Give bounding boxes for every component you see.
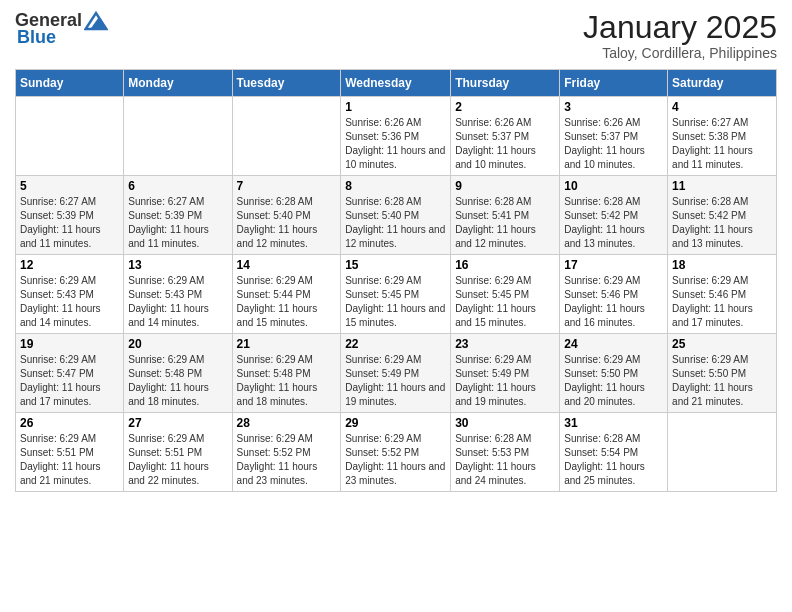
sunset: Sunset: 5:50 PM <box>564 368 638 379</box>
daylight: Daylight: 11 hours and 19 minutes. <box>455 382 536 407</box>
daylight: Daylight: 11 hours and 14 minutes. <box>20 303 101 328</box>
day-number: 13 <box>128 258 227 272</box>
day-number: 8 <box>345 179 446 193</box>
calendar-cell: 17 Sunrise: 6:29 AM Sunset: 5:46 PM Dayl… <box>560 255 668 334</box>
calendar-cell: 30 Sunrise: 6:28 AM Sunset: 5:53 PM Dayl… <box>451 413 560 492</box>
sunrise: Sunrise: 6:29 AM <box>672 354 748 365</box>
day-number: 10 <box>564 179 663 193</box>
day-number: 7 <box>237 179 337 193</box>
day-info: Sunrise: 6:29 AM Sunset: 5:50 PM Dayligh… <box>672 353 772 409</box>
daylight: Daylight: 11 hours and 20 minutes. <box>564 382 645 407</box>
sunset: Sunset: 5:42 PM <box>672 210 746 221</box>
day-info: Sunrise: 6:28 AM Sunset: 5:53 PM Dayligh… <box>455 432 555 488</box>
sunset: Sunset: 5:48 PM <box>237 368 311 379</box>
daylight: Daylight: 11 hours and 12 minutes. <box>455 224 536 249</box>
calendar-cell: 5 Sunrise: 6:27 AM Sunset: 5:39 PM Dayli… <box>16 176 124 255</box>
daylight: Daylight: 11 hours and 13 minutes. <box>564 224 645 249</box>
daylight: Daylight: 11 hours and 10 minutes. <box>345 145 445 170</box>
day-info: Sunrise: 6:28 AM Sunset: 5:42 PM Dayligh… <box>672 195 772 251</box>
sunset: Sunset: 5:46 PM <box>672 289 746 300</box>
sunrise: Sunrise: 6:26 AM <box>345 117 421 128</box>
day-number: 2 <box>455 100 555 114</box>
location: Taloy, Cordillera, Philippines <box>583 45 777 61</box>
month-year: January 2025 <box>583 10 777 45</box>
sunset: Sunset: 5:40 PM <box>345 210 419 221</box>
sunrise: Sunrise: 6:29 AM <box>455 275 531 286</box>
calendar-cell: 20 Sunrise: 6:29 AM Sunset: 5:48 PM Dayl… <box>124 334 232 413</box>
day-number: 18 <box>672 258 772 272</box>
day-info: Sunrise: 6:26 AM Sunset: 5:37 PM Dayligh… <box>564 116 663 172</box>
daylight: Daylight: 11 hours and 24 minutes. <box>455 461 536 486</box>
sunset: Sunset: 5:39 PM <box>20 210 94 221</box>
day-number: 1 <box>345 100 446 114</box>
day-info: Sunrise: 6:27 AM Sunset: 5:38 PM Dayligh… <box>672 116 772 172</box>
col-thursday: Thursday <box>451 70 560 97</box>
day-number: 25 <box>672 337 772 351</box>
calendar-cell <box>124 97 232 176</box>
calendar-week-1: 1 Sunrise: 6:26 AM Sunset: 5:36 PM Dayli… <box>16 97 777 176</box>
daylight: Daylight: 11 hours and 12 minutes. <box>345 224 445 249</box>
sunset: Sunset: 5:41 PM <box>455 210 529 221</box>
day-number: 3 <box>564 100 663 114</box>
day-info: Sunrise: 6:29 AM Sunset: 5:48 PM Dayligh… <box>237 353 337 409</box>
calendar-cell: 13 Sunrise: 6:29 AM Sunset: 5:43 PM Dayl… <box>124 255 232 334</box>
sunset: Sunset: 5:43 PM <box>20 289 94 300</box>
sunset: Sunset: 5:50 PM <box>672 368 746 379</box>
day-number: 6 <box>128 179 227 193</box>
day-number: 11 <box>672 179 772 193</box>
calendar-cell: 24 Sunrise: 6:29 AM Sunset: 5:50 PM Dayl… <box>560 334 668 413</box>
sunrise: Sunrise: 6:29 AM <box>20 354 96 365</box>
day-info: Sunrise: 6:29 AM Sunset: 5:51 PM Dayligh… <box>20 432 119 488</box>
calendar-cell: 18 Sunrise: 6:29 AM Sunset: 5:46 PM Dayl… <box>668 255 777 334</box>
sunrise: Sunrise: 6:28 AM <box>564 196 640 207</box>
sunrise: Sunrise: 6:28 AM <box>345 196 421 207</box>
sunrise: Sunrise: 6:29 AM <box>564 275 640 286</box>
calendar-cell: 7 Sunrise: 6:28 AM Sunset: 5:40 PM Dayli… <box>232 176 341 255</box>
sunset: Sunset: 5:45 PM <box>455 289 529 300</box>
sunset: Sunset: 5:49 PM <box>345 368 419 379</box>
daylight: Daylight: 11 hours and 11 minutes. <box>128 224 209 249</box>
calendar-cell: 12 Sunrise: 6:29 AM Sunset: 5:43 PM Dayl… <box>16 255 124 334</box>
calendar-cell: 8 Sunrise: 6:28 AM Sunset: 5:40 PM Dayli… <box>341 176 451 255</box>
page-container: General Blue January 2025 Taloy, Cordill… <box>0 0 792 502</box>
day-number: 28 <box>237 416 337 430</box>
calendar-cell: 6 Sunrise: 6:27 AM Sunset: 5:39 PM Dayli… <box>124 176 232 255</box>
day-number: 16 <box>455 258 555 272</box>
day-info: Sunrise: 6:29 AM Sunset: 5:50 PM Dayligh… <box>564 353 663 409</box>
day-info: Sunrise: 6:29 AM Sunset: 5:52 PM Dayligh… <box>345 432 446 488</box>
calendar-cell: 28 Sunrise: 6:29 AM Sunset: 5:52 PM Dayl… <box>232 413 341 492</box>
day-info: Sunrise: 6:28 AM Sunset: 5:40 PM Dayligh… <box>345 195 446 251</box>
calendar-cell: 21 Sunrise: 6:29 AM Sunset: 5:48 PM Dayl… <box>232 334 341 413</box>
sunrise: Sunrise: 6:28 AM <box>672 196 748 207</box>
calendar-cell: 25 Sunrise: 6:29 AM Sunset: 5:50 PM Dayl… <box>668 334 777 413</box>
logo-icon <box>84 11 108 31</box>
calendar-header-row: Sunday Monday Tuesday Wednesday Thursday… <box>16 70 777 97</box>
day-number: 21 <box>237 337 337 351</box>
sunset: Sunset: 5:40 PM <box>237 210 311 221</box>
day-info: Sunrise: 6:29 AM Sunset: 5:52 PM Dayligh… <box>237 432 337 488</box>
daylight: Daylight: 11 hours and 14 minutes. <box>128 303 209 328</box>
sunset: Sunset: 5:51 PM <box>128 447 202 458</box>
calendar-week-5: 26 Sunrise: 6:29 AM Sunset: 5:51 PM Dayl… <box>16 413 777 492</box>
day-number: 27 <box>128 416 227 430</box>
daylight: Daylight: 11 hours and 23 minutes. <box>345 461 445 486</box>
daylight: Daylight: 11 hours and 17 minutes. <box>20 382 101 407</box>
sunset: Sunset: 5:37 PM <box>455 131 529 142</box>
day-number: 4 <box>672 100 772 114</box>
day-number: 15 <box>345 258 446 272</box>
daylight: Daylight: 11 hours and 18 minutes. <box>128 382 209 407</box>
day-number: 30 <box>455 416 555 430</box>
sunset: Sunset: 5:51 PM <box>20 447 94 458</box>
sunrise: Sunrise: 6:27 AM <box>20 196 96 207</box>
col-tuesday: Tuesday <box>232 70 341 97</box>
sunrise: Sunrise: 6:29 AM <box>128 433 204 444</box>
calendar-cell <box>16 97 124 176</box>
sunrise: Sunrise: 6:27 AM <box>128 196 204 207</box>
sunrise: Sunrise: 6:28 AM <box>564 433 640 444</box>
sunrise: Sunrise: 6:28 AM <box>455 433 531 444</box>
calendar-week-4: 19 Sunrise: 6:29 AM Sunset: 5:47 PM Dayl… <box>16 334 777 413</box>
calendar-cell: 19 Sunrise: 6:29 AM Sunset: 5:47 PM Dayl… <box>16 334 124 413</box>
sunset: Sunset: 5:36 PM <box>345 131 419 142</box>
calendar-cell: 23 Sunrise: 6:29 AM Sunset: 5:49 PM Dayl… <box>451 334 560 413</box>
calendar-cell: 15 Sunrise: 6:29 AM Sunset: 5:45 PM Dayl… <box>341 255 451 334</box>
